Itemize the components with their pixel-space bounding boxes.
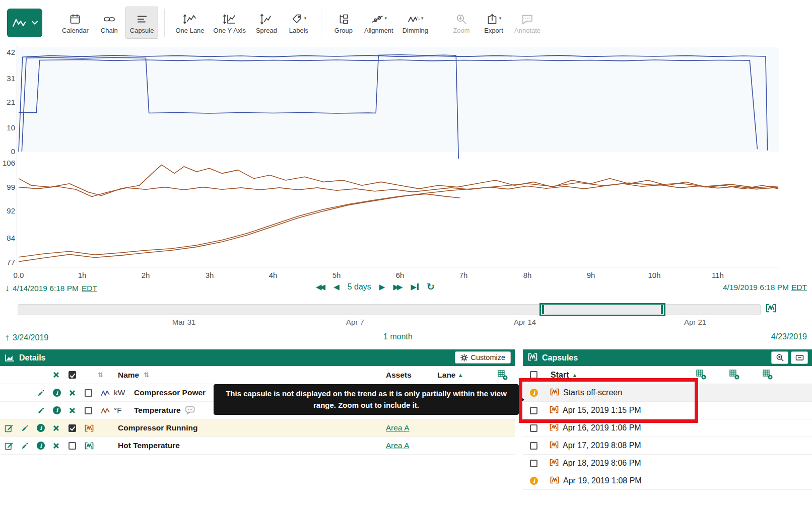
lane-column-header[interactable]: Lane [437,371,455,380]
labels-label: Labels [289,27,308,34]
derive-rocket-icon[interactable] [17,442,33,450]
x-tick: 0.0 [14,271,24,279]
trend-series-canvas[interactable] [0,45,812,282]
sort-icon[interactable]: ⇅ [98,371,103,379]
condition-orange-icon [550,459,559,468]
capsule-row[interactable]: i Apr 19, 2019 1:08 PM [523,472,812,490]
alignment-button[interactable]: ▾ Alignment [360,7,398,39]
step-to-end-button[interactable]: ▶ [411,283,419,291]
step-forward-button[interactable]: ▶ [379,283,385,291]
zoom-to-capsule-button[interactable] [771,351,788,364]
derive-rocket-icon[interactable] [17,424,33,432]
start-column-header[interactable]: Start [551,371,569,380]
signal-brown-icon[interactable] [97,407,114,414]
add-column-icon[interactable] [763,370,773,382]
timezone-link[interactable]: EDT [791,283,807,292]
assets-column-header[interactable]: Assets [386,371,412,380]
trend-view-menu-button[interactable] [7,9,42,37]
customize-button[interactable]: Customize [455,351,511,364]
capsule-time-button[interactable]: Capsule [125,7,159,39]
item-info-icon[interactable]: i [37,442,45,450]
capsule-row[interactable]: Apr 16, 2019 1:06 PM [523,419,812,437]
signal-blue-icon[interactable] [97,390,114,396]
capsule-checkbox[interactable] [530,442,537,450]
trend-chart[interactable]: 42 31 21 10 0 106 99 92 84 77 0.0 1h 2h … [0,45,812,282]
item-info-icon[interactable]: i [53,389,61,397]
collapse-panel-button[interactable] [791,351,808,364]
chevron-down-icon: ▾ [304,16,307,21]
alignment-icon [371,13,384,25]
selection-right-handle[interactable] [661,305,663,314]
selection-left-handle[interactable] [542,305,544,314]
item-checkbox[interactable] [69,442,76,450]
warning-info-icon[interactable]: i [530,389,538,397]
capsule-tooltip: This capsule is not displayed on the tre… [214,384,519,415]
capsule-checkbox[interactable] [530,460,537,467]
capsule-start-label: Apr 19, 2019 1:08 PM [563,476,642,485]
capsule-start-label: Apr 17, 2019 8:08 PM [563,441,641,450]
step-back-fast-button[interactable]: ◀◀ [316,283,325,291]
remove-item-icon[interactable] [53,443,59,449]
warning-info-icon[interactable]: i [530,477,538,485]
asset-link[interactable]: Area A [386,441,410,450]
remove-item-icon[interactable] [69,407,76,414]
one-lane-button[interactable]: One Lane [171,7,209,39]
spread-button[interactable]: Spread [250,7,283,39]
labels-button[interactable]: ▾ Labels [283,7,315,39]
jump-up-icon[interactable]: ↑ [5,332,10,343]
item-info-icon[interactable]: i [53,406,61,414]
capsule-start-label: Apr 16, 2019 1:06 PM [563,423,641,432]
add-column-icon[interactable] [729,370,739,382]
timeline-selection[interactable] [539,303,665,316]
sort-asc-icon[interactable]: ▲ [572,372,577,378]
derive-rocket-icon[interactable] [33,406,49,414]
refresh-icon[interactable]: ↻ [427,282,435,292]
timeline-tick: Apr 7 [346,318,364,326]
remove-item-icon[interactable] [69,390,76,396]
edit-formula-icon[interactable] [0,442,17,450]
item-checkbox[interactable] [85,389,92,397]
chain-button[interactable]: Chain [93,7,125,39]
capsule-row[interactable]: Apr 17, 2019 8:08 PM [523,437,812,455]
condition-orange-icon[interactable] [81,424,98,432]
select-all-capsules-checkbox[interactable] [530,371,537,379]
comment-icon[interactable] [185,406,195,414]
item-checkbox[interactable] [69,424,76,432]
capsule-row[interactable]: Apr 18, 2019 8:06 PM [523,455,812,472]
sort-icon[interactable]: ⇅ [144,371,149,379]
step-back-button[interactable]: ◀ [333,283,340,291]
add-column-icon[interactable] [696,370,706,382]
add-column-icon[interactable] [498,370,508,382]
edit-formula-icon[interactable] [0,424,17,432]
select-all-checkbox[interactable] [69,371,76,379]
name-column-header[interactable]: Name [118,371,139,380]
timeline-tick: Apr 21 [684,318,706,326]
one-y-axis-button[interactable]: One Y-Axis [209,7,250,39]
timezone-link[interactable]: EDT [82,284,97,293]
remove-all-icon[interactable] [53,372,59,378]
timeline-scrubber[interactable] [18,304,761,315]
dimming-button[interactable]: ▾ Dimming [398,7,433,39]
capsule-checkbox[interactable] [530,424,537,432]
derive-rocket-icon[interactable] [33,389,49,397]
export-button[interactable]: ▾ Export [478,7,510,39]
sort-asc-icon[interactable]: ▲ [458,372,463,378]
duration-label[interactable]: 5 days [348,282,371,292]
toolbar-separator [321,9,321,37]
jump-to-start-icon[interactable]: ↓ [5,283,10,294]
item-info-icon[interactable]: i [37,424,45,432]
step-forward-fast-button[interactable]: ▶▶ [393,283,402,291]
asset-link[interactable]: Area A [386,423,410,432]
group-button[interactable]: Group [327,7,360,39]
calendar-label: Calendar [62,27,89,34]
capsule-checkbox[interactable] [530,407,537,414]
item-checkbox[interactable] [85,407,92,414]
x-tick: 8h [523,271,532,279]
zoom-button: Zoom [445,7,478,39]
capsule-row-offscreen[interactable]: i Starts off-screen [523,384,812,402]
capsule-row[interactable]: Apr 15, 2019 1:15 PM [523,402,812,419]
calendar-button[interactable]: Calendar [57,7,93,39]
capsule-time-icon [136,11,148,25]
remove-item-icon[interactable] [53,425,59,431]
condition-green-icon[interactable] [81,442,98,450]
